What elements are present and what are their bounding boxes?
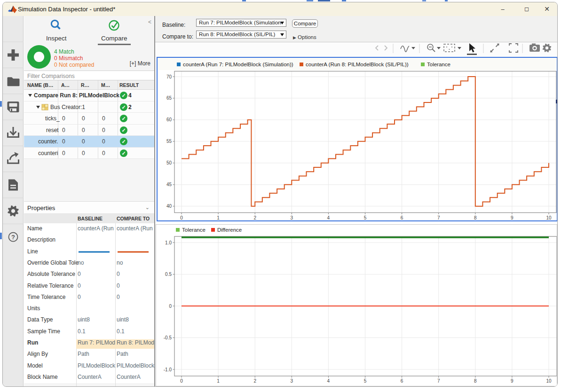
svg-text:7: 7 [437, 378, 440, 384]
svg-text:0: 0 [169, 304, 172, 309]
svg-text:5: 5 [364, 378, 367, 384]
svg-text:6: 6 [401, 378, 403, 384]
svg-text:10: 10 [546, 378, 552, 384]
svg-text:0: 0 [180, 215, 183, 220]
svg-text:2: 2 [253, 378, 256, 384]
svg-text:counterA (Run 7: PILModelBlock: counterA (Run 7: PILModelBlock (Simulati… [183, 62, 293, 67]
svg-text:9: 9 [511, 378, 514, 384]
svg-text:counterA (Run 8: PILModelBlock: counterA (Run 8: PILModelBlock (SIL/PIL)… [306, 62, 409, 67]
svg-text:3: 3 [291, 378, 293, 384]
svg-text:8: 8 [474, 378, 477, 384]
svg-text:?: ? [11, 234, 15, 241]
svg-text:7: 7 [437, 215, 440, 220]
svg-text:6: 6 [401, 215, 403, 220]
svg-text:55: 55 [166, 139, 172, 144]
svg-text:Tolerance: Tolerance [182, 227, 205, 233]
svg-text:-0.5: -0.5 [164, 335, 172, 340]
svg-text:10: 10 [546, 215, 552, 220]
svg-text:1.0: 1.0 [165, 240, 172, 245]
svg-text:1: 1 [217, 215, 220, 220]
svg-text:-1.0: -1.0 [164, 367, 172, 372]
svg-text:5: 5 [364, 215, 367, 220]
svg-text:50: 50 [166, 160, 172, 165]
svg-text:9: 9 [511, 215, 514, 220]
svg-text:Tolerance: Tolerance [427, 62, 450, 67]
svg-text:3: 3 [291, 215, 293, 220]
svg-text:0.5: 0.5 [165, 272, 172, 277]
svg-text:60: 60 [166, 117, 172, 122]
svg-text:1: 1 [217, 378, 220, 384]
svg-text:0: 0 [180, 378, 183, 384]
svg-text:4: 4 [327, 215, 330, 220]
svg-text:40: 40 [166, 204, 172, 209]
svg-text:8: 8 [474, 215, 477, 220]
svg-text:45: 45 [166, 182, 172, 187]
svg-text:4: 4 [327, 378, 330, 384]
svg-text:65: 65 [166, 95, 172, 101]
svg-text:2: 2 [253, 215, 256, 220]
svg-text:Difference: Difference [217, 227, 242, 233]
svg-text:70: 70 [166, 74, 172, 79]
